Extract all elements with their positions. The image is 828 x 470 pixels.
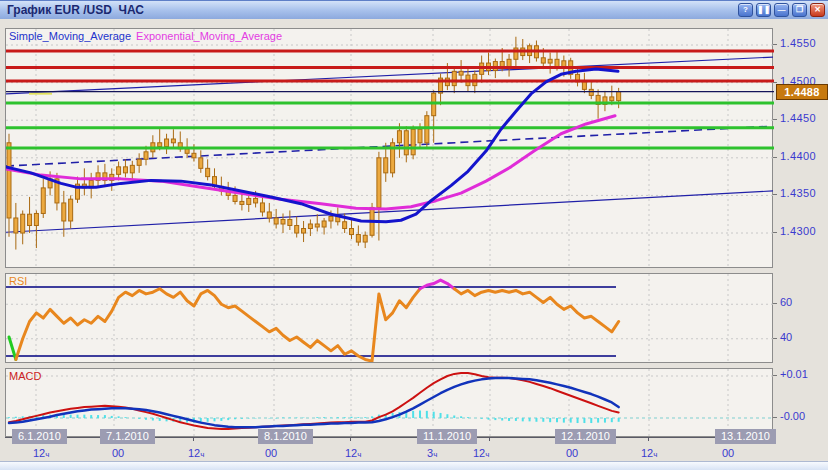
time-label: 12ч: [188, 447, 204, 459]
macd-tick-mark: [773, 375, 777, 376]
macd-chart-svg[interactable]: [6, 369, 774, 436]
rsi-tick-label: 60: [780, 296, 792, 308]
price-tick-label: 1.4550: [780, 37, 816, 49]
main-chart-panel[interactable]: Simple_Moving_AverageExponential_Moving_…: [5, 28, 773, 268]
time-axis-tick: [350, 437, 351, 441]
window-bottom-frame: [0, 461, 828, 470]
time-label: 00: [566, 447, 578, 459]
app-window: { "window": { "title": "График EUR /USD …: [0, 0, 828, 470]
current-price-badge: 1.4488: [776, 84, 828, 100]
main-chart-svg[interactable]: [6, 29, 774, 267]
time-label: 00: [112, 447, 124, 459]
price-tick-mark: [773, 119, 777, 120]
close-button[interactable]: ✕: [810, 3, 825, 17]
time-label: 12ч: [473, 447, 489, 459]
price-tick-mark: [773, 82, 777, 83]
date-badge: 12.1.2010: [555, 429, 616, 444]
time-label: 12ч: [33, 447, 49, 459]
time-label: 00: [722, 447, 734, 459]
macd-tick-label: -0.00: [780, 410, 805, 422]
price-tick-label: 1.4350: [780, 187, 816, 199]
time-label: 12ч: [641, 447, 657, 459]
macd-label: MACD: [9, 370, 41, 382]
rsi-tick-mark: [773, 338, 777, 339]
minimize-button[interactable]: —: [774, 3, 789, 17]
time-axis-tick: [193, 437, 194, 441]
time-label: 00: [265, 447, 277, 459]
title-bar[interactable]: График EUR /USD ЧАС ?❚❚—❐✕: [0, 0, 828, 19]
help-button[interactable]: ?: [738, 3, 753, 17]
macd-tick-label: +0.01: [780, 368, 808, 380]
date-badge: 7.1.2010: [100, 429, 155, 444]
legend-sma-label: Simple_Moving_Average: [9, 30, 131, 42]
time-axis-tick: [489, 437, 490, 441]
date-badge: 6.1.2010: [12, 429, 67, 444]
time-label: 3ч: [427, 447, 437, 459]
price-tick-label: 1.4300: [780, 225, 816, 237]
price-tick-mark: [773, 44, 777, 45]
rsi-label: RSI: [9, 275, 27, 287]
price-tick-label: 1.4400: [780, 150, 816, 162]
rsi-panel[interactable]: RSI: [5, 273, 773, 363]
macd-panel[interactable]: MACD: [5, 368, 773, 437]
indicator-legend: Simple_Moving_AverageExponential_Moving_…: [9, 30, 282, 42]
time-axis-tick: [648, 437, 649, 441]
pause-button[interactable]: ❚❚: [756, 3, 771, 17]
window-controls: ?❚❚—❐✕: [738, 3, 825, 17]
date-badge: 11.1.2010: [417, 429, 477, 444]
time-label: 12ч: [345, 447, 361, 459]
price-tick-label: 1.4450: [780, 112, 816, 124]
price-tick-mark: [773, 194, 777, 195]
macd-tick-mark: [773, 417, 777, 418]
rsi-tick-mark: [773, 303, 777, 304]
price-tick-mark: [773, 157, 777, 158]
rsi-tick-label: 40: [780, 331, 792, 343]
date-badge: 8.1.2010: [258, 429, 313, 444]
price-tick-mark: [773, 232, 777, 233]
legend-ema-label: Exponential_Moving_Average: [136, 30, 282, 42]
window-title: График EUR /USD ЧАС: [7, 3, 144, 17]
maximize-button[interactable]: ❐: [792, 3, 807, 17]
rsi-chart-svg[interactable]: [6, 274, 774, 362]
date-badge: 13.1.2010: [715, 429, 776, 444]
